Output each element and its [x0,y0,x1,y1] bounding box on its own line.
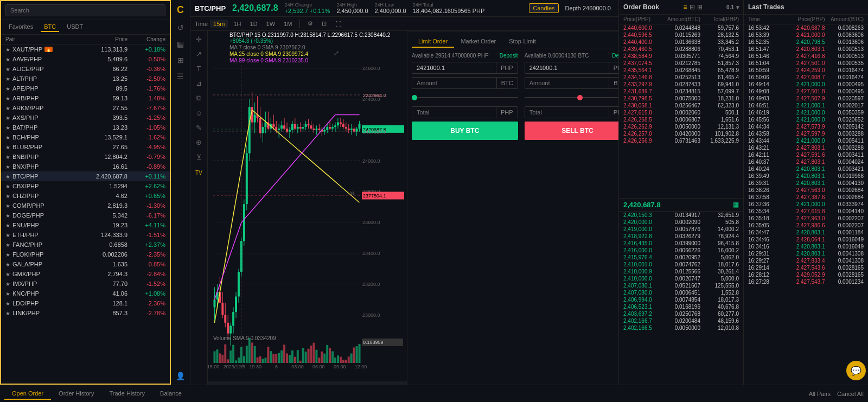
list-item[interactable]: ★ BCH/PHP 13,529.1 -1.62% [1,132,170,142]
ob-ask-row[interactable]: 2,433,297.9 0.0287433 69,941.0 [619,81,743,88]
pattern-icon[interactable]: ⧉ [196,94,201,103]
list-item[interactable]: ★ ARKM/PHP 27.55 -7.67% [1,103,170,113]
market-order-tab[interactable]: Market Order [454,36,502,48]
all-pairs-link[interactable]: All Pairs [809,391,831,397]
ob-bid-row[interactable]: 2,415,976.4 0.0020952 5,062.0 [619,254,743,261]
ob-ask-row[interactable]: 2,440,596.5 0.0115269 28,132.5 [619,31,743,39]
pencil-icon[interactable]: ✎ [196,124,202,132]
ob-ask-row[interactable]: 2,439,460.5 0.0288806 70,453.1 [619,46,743,53]
stop-limit-tab[interactable]: Stop-Limit [502,36,542,48]
tf-1h[interactable]: 1H [230,20,244,28]
list-item[interactable]: ★ ALICE/PHP 66.22 -0.36% [1,64,170,74]
history-icon[interactable]: ↺ [177,23,184,32]
ob-bid-row[interactable]: 2,419,000.0 0.0057876 14,000.2 [619,226,743,233]
chart-type-toggle[interactable]: ⊡ [318,19,330,28]
ob-ask-row[interactable]: 2,426,257.0 0.0420000 101,902.8 [619,130,743,137]
list-item[interactable]: ★ ALT/PHP 13.25 -2.50% [1,74,170,84]
list-item[interactable]: ★ FANC/PHP 0.6858 +2.37% [1,240,170,250]
candlestick-icon[interactable]: ⊞ [177,56,184,65]
ob-ask-row[interactable]: 2,435,564.1 0.0268845 65,478.9 [619,67,743,74]
sidebar-tab-favorites[interactable]: Favorites [5,22,36,32]
list-item[interactable]: ★ CHZ/PHP 4.62 +0.65% [1,191,170,201]
ob-decimal-chevron[interactable]: ▾ [736,4,739,10]
tf-1d[interactable]: 1D [247,20,261,28]
tf-1w[interactable]: 1W [263,20,279,28]
cancel-all-link[interactable]: Cancel All [837,391,864,397]
list-item[interactable]: ★ ENU/PHP 19.23 +4.11% [1,220,170,230]
list-item[interactable]: ★ GMX/PHP 2,794.3 -2.84% [1,269,170,279]
buy-button[interactable]: BUY BTC [412,122,518,140]
ob-ask-row[interactable]: 2,426,262.9 0.0050000 12,131.3 [619,123,743,130]
ob-bid-row[interactable]: 2,420,000.0 0.0002090 505.8 [619,219,743,226]
ob-bid-row[interactable]: 2,410,001.0 0.0074762 18,017.6 [619,261,743,268]
orders-icon[interactable]: ☰ [177,72,184,81]
list-item[interactable]: ★ LINK/PHP 857.3 -2.78% [1,308,170,318]
sell-total-input[interactable] [525,107,609,118]
ob-all-view[interactable]: ≡ [684,3,687,11]
list-item[interactable]: ★ GALA/PHP 1.635 -0.85% [1,259,170,269]
ob-bid-row[interactable]: 2,406,994.0 0.0074854 18,017.3 [619,296,743,303]
order-history-tab[interactable]: Order History [51,388,101,400]
sidebar-tab-btc[interactable]: BTC [41,22,59,32]
sell-deposit-link[interactable]: Deposit [612,53,618,59]
list-item[interactable]: ★ AAVE/PHP 5,409.6 -0.50% [1,54,170,64]
list-item[interactable]: ★ BNX/PHP 16.61 -0.89% [1,162,170,171]
ob-bid-row[interactable]: 2,418,922.8 0.0326279 78,924.4 [619,233,743,240]
ob-mid-chart-icon[interactable]: ▦ [733,201,739,208]
sidebar-tab-usdt[interactable]: USDT [63,22,86,32]
ob-bid-row[interactable]: 2,407,080.0 0.0006451 1,552.8 [619,289,743,296]
list-item[interactable]: ★ COMP/PHP 2,819.3 -1.30% [1,201,170,210]
buy-deposit-link[interactable]: Deposit [500,53,518,59]
open-order-tab[interactable]: Open Order [4,388,51,400]
trend-line-icon[interactable]: ↗ [196,50,202,58]
ob-ask-row[interactable]: 2,438,584.9 0.0305771 74,564.9 [619,53,743,60]
text-icon[interactable]: T [197,65,201,73]
list-item[interactable]: ★ BTC/PHP 2,420,687.8 +0.11% [1,171,170,181]
measure-icon[interactable]: ⊿ [196,79,202,87]
chart-bar-icon[interactable]: ▦ [177,40,184,48]
sell-price-input[interactable] [525,62,609,73]
list-item[interactable]: ★ ARB/PHP 59.13 -1.48% [1,93,170,103]
list-item[interactable]: ★ LDO/PHP 128.1 -2.36% [1,298,170,308]
list-item[interactable]: ★ BAT/PHP 13.23 -1.05% [1,123,170,132]
buy-total-input[interactable] [412,107,496,118]
ob-bid-row[interactable]: 2,402,166.7 0.0200484 48,159.6 [619,317,743,324]
list-item[interactable]: ★ AXS/PHP 393.5 -1.25% [1,113,170,123]
limit-order-tab[interactable]: Limit Order [412,36,454,48]
ob-bid-row[interactable]: 2,410,000.0 0.0020747 5,000.0 [619,275,743,282]
trade-history-tab[interactable]: Trade History [102,388,153,400]
tf-1m[interactable]: 1M [280,20,295,28]
list-item[interactable]: ★ APE/PHP 89.5 -1.76% [1,84,170,93]
ob-bid-row[interactable]: 2,416,000.0 0.0066226 16,000.2 [619,247,743,254]
ob-bid-row[interactable]: 2,410,000.9 0.0125566 30,261.4 [619,268,743,275]
ob-ask-row[interactable]: 2,430,798.5 0.0075000 18,231.0 [619,95,743,102]
ob-bid-row[interactable]: 2,403,697.2 0.0250768 60,277.0 [619,310,743,317]
ob-ask-row[interactable]: 2,437,074.5 0.0212785 51,857.3 [619,60,743,67]
chat-bubble[interactable]: 💬 [846,361,866,380]
ob-ask-row[interactable]: 2,431,689.7 0.0234815 57,099.7 [619,88,743,95]
depth-button[interactable]: Depth 2460000.0 [562,3,614,13]
sell-slider-thumb[interactable] [577,95,583,100]
list-item[interactable]: ★ XAUT/PHP 🔥 113,313.9 +0.18% [1,44,170,54]
candles-button[interactable]: Candles [529,3,558,13]
fullscreen-toggle[interactable]: ⛶ [332,20,344,28]
zoom-icon[interactable]: ⊕ [196,138,202,146]
smiley-icon[interactable]: ☺ [195,109,202,117]
list-item[interactable]: ★ FLOKI/PHP 0.002206 -2.35% [1,250,170,259]
ob-ask-row[interactable]: 2,430,058.1 0.0256467 62,323.0 [619,102,743,109]
ob-ask-row[interactable]: 2,434,146.8 0.0252513 61,465.4 [619,74,743,81]
ob-ask-row[interactable]: 2,427,615.8 0.0002060 500.1 [619,109,743,116]
buy-slider-thumb[interactable] [412,95,417,100]
tf-15m[interactable]: 15m [210,20,228,28]
ob-bid-row[interactable]: 2,416,435.0 0.0399000 96,415.8 [619,240,743,247]
ob-ask-row[interactable]: 2,440,600.0 0.0244848 59,757.6 [619,24,743,31]
list-item[interactable]: ★ BLUR/PHP 27.65 -4.95% [1,142,170,152]
ob-bid-row[interactable]: 2,402,166.5 0.0050000 12,010.8 [619,324,743,331]
ob-asks-view[interactable]: ⊞ [697,3,703,11]
buy-amount-input[interactable] [412,78,496,88]
crosshair-icon[interactable]: ✛ [196,35,202,43]
tv-icon[interactable]: TV [195,170,202,176]
buy-price-input[interactable] [412,62,496,73]
list-item[interactable]: ★ CBX/PHP 1.5294 +2.62% [1,181,170,191]
sell-amount-input[interactable] [525,78,609,88]
